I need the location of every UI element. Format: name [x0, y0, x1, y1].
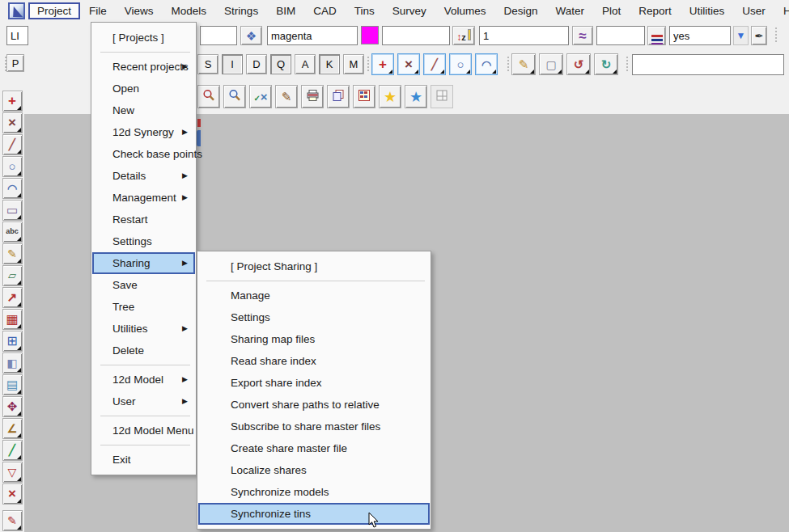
toolbar-grip[interactable]: [367, 57, 371, 73]
project-menu-item-details[interactable]: Details▶: [92, 165, 195, 187]
height-z-icon[interactable]: ↕z: [452, 26, 475, 45]
zoom-magnifier-icon[interactable]: [223, 85, 246, 108]
linestyle-icon[interactable]: [647, 26, 666, 45]
mode-button-a[interactable]: A: [295, 54, 316, 74]
layers-icon[interactable]: ❖: [240, 26, 262, 45]
project-menu-item-save[interactable]: Save: [92, 274, 195, 296]
project-menu-item-sharing[interactable]: Sharing▶: [92, 252, 195, 274]
delete-cross-icon[interactable]: ×: [2, 483, 23, 505]
blank-field-2[interactable]: [382, 26, 450, 45]
sharing-submenu-item-export-share-index[interactable]: Export share index: [198, 372, 430, 394]
project-menu-item-check-base-points[interactable]: Check base points: [92, 143, 195, 165]
menubar-item-strings[interactable]: Strings: [215, 2, 267, 19]
menubar-item-utilities[interactable]: Utilities: [681, 2, 734, 19]
page-icon[interactable]: ▢: [539, 53, 563, 75]
arc-snap-icon[interactable]: ◠: [475, 53, 498, 75]
circle-snap-icon[interactable]: ○: [449, 53, 472, 75]
p-button[interactable]: P: [6, 54, 24, 72]
tinable-field[interactable]: [669, 26, 731, 45]
menubar-item-cad[interactable]: CAD: [304, 2, 346, 19]
menubar-item-file[interactable]: File: [80, 2, 116, 19]
cut-field[interactable]: [6, 26, 28, 45]
colour-field[interactable]: [267, 26, 358, 45]
sharing-submenu-item-subscribe-to-share-master-files[interactable]: Subscribe to share master files: [198, 416, 430, 437]
menubar-item-report[interactable]: Report: [630, 2, 681, 19]
project-menu-item-new[interactable]: New: [92, 99, 195, 121]
menubar-item-design[interactable]: Design: [495, 2, 547, 19]
cross-snap-icon[interactable]: ×: [397, 53, 420, 75]
toolbar-grip[interactable]: [774, 27, 778, 44]
project-menu-item-12d-model[interactable]: 12d Model▶: [92, 369, 195, 391]
text-abc-icon[interactable]: abc: [2, 222, 23, 243]
plot-zoom-icon[interactable]: [197, 85, 220, 108]
project-menu-item-restart[interactable]: Restart: [92, 209, 195, 230]
mode-button-m[interactable]: M: [343, 54, 364, 74]
project-menu-item-exit[interactable]: Exit: [92, 449, 195, 471]
project-menu-item-settings[interactable]: Settings: [92, 230, 195, 252]
menubar-item-help[interactable]: Help: [774, 2, 789, 19]
menubar-item-models[interactable]: Models: [163, 2, 216, 19]
copy-pages-icon[interactable]: [327, 85, 350, 108]
sharing-submenu-item-create-share-master-file[interactable]: Create share master file: [198, 437, 430, 459]
mode-button-k[interactable]: K: [319, 54, 340, 74]
eyedropper-icon[interactable]: ✒: [751, 26, 767, 45]
point-snap-icon[interactable]: +: [371, 53, 394, 75]
sharing-submenu-item-synchronize-models[interactable]: Synchronize models: [198, 481, 430, 503]
image-insert-icon[interactable]: ▤: [2, 374, 23, 395]
pencil-symbols-icon[interactable]: ✎: [2, 243, 23, 264]
line-snap-icon[interactable]: ╱: [2, 134, 23, 155]
sharing-submenu-item-sharing-map-files[interactable]: Sharing map files: [198, 328, 430, 350]
mode-button-q[interactable]: Q: [270, 54, 291, 74]
menubar-item-bim[interactable]: BIM: [267, 2, 304, 19]
brush-icon[interactable]: ✎: [275, 85, 298, 108]
sharing-submenu-item-settings[interactable]: Settings: [198, 306, 430, 328]
sharing-submenu-item-localize-shares[interactable]: Localize shares: [198, 459, 430, 481]
cross-snap-icon[interactable]: ×: [2, 112, 23, 133]
colour-swatch[interactable]: [361, 26, 379, 44]
menubar-item-views[interactable]: Views: [116, 2, 163, 19]
menubar-item-tins[interactable]: Tins: [346, 2, 384, 19]
project-menu-item-user[interactable]: User▶: [92, 391, 195, 412]
recalc-red-icon[interactable]: ↺: [566, 53, 591, 75]
rectangle-icon[interactable]: ▭: [2, 200, 23, 221]
project-menu-item-management[interactable]: Management▶: [92, 187, 195, 209]
toolbar-grip[interactable]: [4, 85, 20, 86]
sharing-submenu-item-manage[interactable]: Manage: [198, 285, 430, 306]
rect-plus-icon[interactable]: ⊞: [2, 331, 23, 352]
slope-star-icon[interactable]: ∠: [2, 418, 23, 439]
project-menu-item-recent-projects[interactable]: Recent projects▶: [92, 56, 195, 78]
project-menu-item-utilities[interactable]: Utilities▶: [92, 318, 195, 340]
menubar-item-survey[interactable]: Survey: [384, 2, 435, 19]
toolbar-grip[interactable]: [626, 57, 630, 73]
measure-bearing-icon[interactable]: ↗: [2, 287, 23, 308]
panel-grid-icon[interactable]: [353, 85, 375, 108]
polygon-vertex-icon[interactable]: ▽: [2, 462, 23, 483]
blank-field-1[interactable]: [200, 26, 237, 45]
recalc-multi-icon[interactable]: ↻: [594, 53, 618, 75]
mode-button-s[interactable]: S: [197, 54, 218, 74]
menubar-item-plot[interactable]: Plot: [593, 2, 630, 19]
toolbar-grip[interactable]: [4, 508, 20, 509]
star-blue-icon[interactable]: ★: [405, 85, 427, 108]
move-arrows-icon[interactable]: ✥: [2, 396, 23, 417]
sharing-submenu-item-convert-share-paths-to-relative[interactable]: Convert share paths to relative: [198, 394, 430, 416]
project-menu-item-12d-model-menu[interactable]: 12d Model Menu: [92, 420, 195, 441]
project-menu-item-delete[interactable]: Delete: [92, 340, 195, 361]
weight-field[interactable]: [479, 26, 569, 45]
edit-pencil-icon[interactable]: ✎: [511, 53, 536, 75]
symbol-insert-icon[interactable]: ▱: [2, 265, 23, 286]
project-menu-item-tree[interactable]: Tree: [92, 296, 195, 318]
printer-icon[interactable]: [301, 85, 324, 108]
menubar-item-user[interactable]: User: [733, 2, 774, 19]
pencil-red-icon[interactable]: ✎: [2, 510, 23, 531]
menubar-item-project[interactable]: Project: [28, 2, 80, 19]
mode-button-d[interactable]: D: [246, 54, 267, 74]
circle-snap-icon[interactable]: ○: [2, 156, 23, 177]
star-yellow-icon[interactable]: ★: [379, 85, 401, 108]
sharing-submenu-item-read-share-index[interactable]: Read share index: [198, 350, 430, 372]
arc-snap-icon[interactable]: ◠: [2, 178, 23, 199]
project-menu-item-12d-synergy[interactable]: 12d Synergy▶: [92, 121, 195, 143]
sharing-submenu-item-synchronize-tins[interactable]: Synchronize tins: [198, 503, 430, 525]
toolbar-grip[interactable]: [507, 57, 511, 73]
dropdown-triangle-icon[interactable]: ▼: [733, 26, 749, 45]
